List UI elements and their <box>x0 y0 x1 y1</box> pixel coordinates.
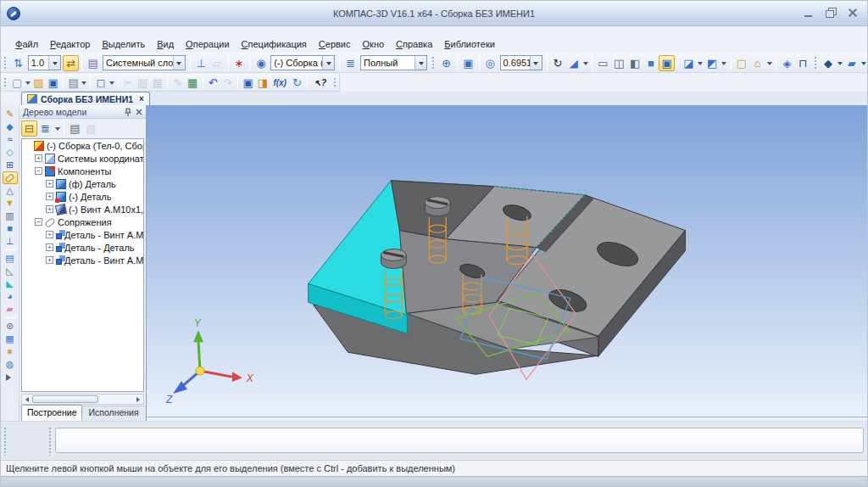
chevron-down-icon[interactable] <box>697 55 704 71</box>
insert-table-button[interactable]: ▦ <box>185 75 199 91</box>
spline-icon[interactable]: ≈ <box>3 133 18 146</box>
zoom-combo[interactable]: 0.6951 <box>500 55 542 70</box>
simplified-display-button[interactable]: ▢ <box>734 55 750 71</box>
restore-button[interactable] <box>825 8 837 18</box>
menu-editor[interactable]: Редактор <box>44 37 96 51</box>
tree-item[interactable]: −Компоненты <box>22 165 143 177</box>
chamfer-icon[interactable]: ◺ <box>3 265 18 277</box>
axes-icon[interactable]: ⊥ <box>3 235 18 248</box>
expand-icon[interactable]: + <box>46 256 53 264</box>
move-component-icon[interactable]: ⊞ <box>3 159 18 171</box>
paste-button[interactable]: ▦ <box>150 75 164 91</box>
model-screw-1[interactable] <box>425 197 450 216</box>
copy-properties-button[interactable]: ✎ <box>170 75 185 91</box>
tree-item[interactable]: +Системы координат <box>22 152 143 165</box>
chevron-down-icon[interactable] <box>322 56 334 70</box>
tree-item[interactable]: +Деталь - Винт А.М10 <box>22 254 143 266</box>
burst-icon[interactable]: ∗ <box>3 345 18 358</box>
scrollbar-thumb[interactable] <box>32 395 98 403</box>
toolbar-grip[interactable] <box>431 56 436 69</box>
chevron-down-icon[interactable] <box>108 75 115 91</box>
orientation-home-button[interactable]: ⌂ <box>749 55 765 71</box>
document-tab[interactable]: Сборка БЕЗ ИМЕНИ1 × <box>21 92 150 105</box>
save-button[interactable]: ▣ <box>46 75 60 91</box>
tab-versions[interactable]: Исполнения <box>82 405 144 421</box>
menu-select[interactable]: Выделить <box>96 37 151 51</box>
rebuild-model-button[interactable]: ◈ <box>779 55 795 71</box>
expand-icon[interactable]: + <box>46 180 53 188</box>
tree-item-label[interactable]: Компоненты <box>55 166 111 176</box>
filter-icon[interactable]: ▼ <box>3 197 18 210</box>
eraser-icon[interactable]: ▰ <box>3 303 18 316</box>
viewport-canvas[interactable]: X Y Z <box>147 105 868 417</box>
redo-button[interactable]: ↷ <box>220 75 235 91</box>
close-button[interactable] <box>847 8 859 18</box>
help-object-button[interactable]: ↖? <box>310 75 330 91</box>
pin-icon[interactable] <box>125 108 131 116</box>
scroll-left-icon[interactable] <box>22 395 31 404</box>
hidden-lines-removed-button[interactable]: ◫ <box>611 55 627 71</box>
scroll-right-icon[interactable] <box>134 395 143 404</box>
cut-extrude-icon[interactable]: ◣ <box>3 277 18 290</box>
target-combo[interactable]: (-) Сборка (Тел-0, С <box>270 55 335 70</box>
phantoms-button[interactable]: ▱ <box>209 55 225 71</box>
report-generate-button[interactable]: ▤ <box>67 120 83 137</box>
chevron-down-icon[interactable] <box>836 55 843 71</box>
chevron-down-icon[interactable] <box>721 55 728 71</box>
toolbar-grip[interactable] <box>3 77 7 88</box>
shading-button[interactable]: ■ <box>643 55 659 71</box>
sphere-icon[interactable]: ◍ <box>3 358 18 371</box>
tree-item-label[interactable]: (ф) Деталь <box>66 179 116 189</box>
tree-item[interactable]: −Сопряжения <box>22 216 143 228</box>
zoom-area-button[interactable]: ▣ <box>460 55 476 71</box>
menu-help[interactable]: Справка <box>390 37 438 51</box>
parameterization-button[interactable]: ∗ <box>231 55 248 71</box>
toolbar-grip[interactable] <box>814 56 818 69</box>
wireframe-button[interactable]: ▭ <box>595 55 611 71</box>
chevron-down-icon[interactable] <box>173 56 185 70</box>
chevron-down-icon[interactable] <box>81 75 87 91</box>
part-icon[interactable]: ◆ <box>3 120 18 133</box>
scale-combo-value[interactable]: 1.0 <box>29 56 49 70</box>
change-scale-icon[interactable]: ⇅ <box>10 55 26 71</box>
chevron-down-icon[interactable] <box>765 55 773 71</box>
chevron-down-icon[interactable] <box>860 55 867 71</box>
chevron-down-icon[interactable] <box>53 120 61 137</box>
tree-structure-button[interactable]: ⊟ <box>21 120 37 137</box>
model-tree[interactable]: (-) Сборка (Тел-0, Сборочны+Системы коор… <box>21 138 144 392</box>
tree-item[interactable]: +(-) Винт А.М10х1,25-6 <box>22 203 143 216</box>
report-icon[interactable]: ▥ <box>3 210 18 222</box>
zoom-combo-value[interactable]: 0.6951 <box>501 56 530 70</box>
copy-stack-icon[interactable]: ▦ <box>3 333 18 345</box>
layers-icon[interactable]: ▤ <box>85 55 101 71</box>
toolbar-grip[interactable] <box>333 77 337 88</box>
model-screw-2[interactable] <box>381 249 406 269</box>
tab-construction[interactable]: Построение <box>21 405 82 421</box>
orientation-button[interactable]: ◢ <box>565 55 581 71</box>
chevron-down-icon[interactable] <box>25 75 31 91</box>
expand-icon[interactable]: + <box>46 193 53 200</box>
extrude-icon[interactable]: ▤ <box>3 252 18 265</box>
expand-icon[interactable]: + <box>35 154 42 162</box>
zoom-auto-button[interactable]: ◎ <box>482 55 498 71</box>
variables-button[interactable]: ▣ <box>241 75 255 91</box>
surface-icon[interactable]: ◇ <box>3 146 18 159</box>
new-document-button[interactable]: ▢ <box>9 75 24 91</box>
property-bar[interactable] <box>55 428 864 453</box>
menu-view[interactable]: Вид <box>151 37 180 51</box>
print-button[interactable]: ▤ <box>66 75 81 91</box>
preview-button[interactable]: ◻ <box>93 75 108 91</box>
headline-button[interactable]: ⊓ <box>795 55 811 71</box>
layer-combo-value[interactable]: Системный слой (0) <box>103 56 173 70</box>
menu-file[interactable]: Файл <box>9 37 44 51</box>
collapse-icon[interactable]: − <box>35 218 42 226</box>
context-target-icon[interactable]: ◉ <box>253 55 269 71</box>
fit-scale-button[interactable]: ⇄ <box>63 55 79 71</box>
toolbar-grip[interactable] <box>3 56 8 69</box>
component-display-button[interactable]: ▰ <box>843 55 860 71</box>
tree-item[interactable]: (-) Сборка (Тел-0, Сборочны <box>22 139 143 152</box>
fillet-icon[interactable]: ◕ <box>3 290 18 303</box>
expand-icon[interactable]: + <box>46 244 53 251</box>
menu-specification[interactable]: Спецификация <box>236 37 313 51</box>
panel-grip[interactable] <box>48 427 53 456</box>
